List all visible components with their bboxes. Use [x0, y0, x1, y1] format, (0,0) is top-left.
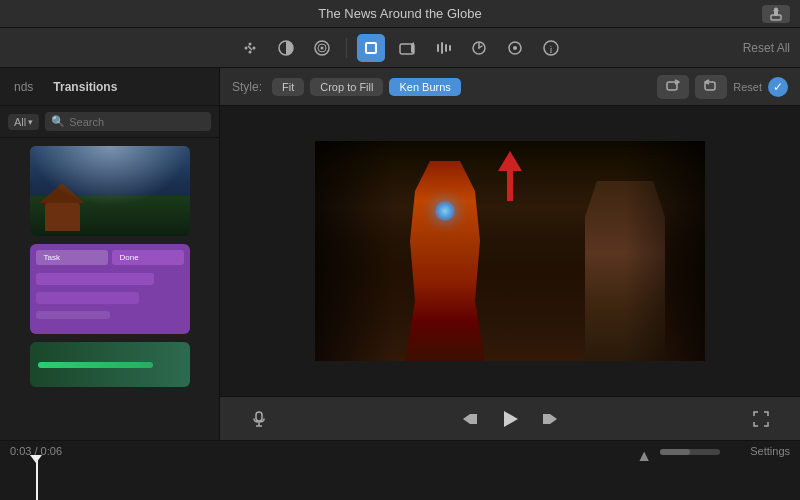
title-bar: The News Around the Globe — [0, 0, 800, 28]
video-background — [315, 141, 705, 361]
media-thumb-green[interactable] — [30, 342, 190, 387]
content-area: Style: Fit Crop to Fill Ken Burns R — [220, 68, 800, 440]
style-bar: Style: Fit Crop to Fill Ken Burns R — [220, 68, 800, 106]
audio-icon[interactable] — [429, 34, 457, 62]
svg-rect-26 — [256, 412, 262, 421]
svg-rect-18 — [449, 45, 451, 51]
swap-button-2[interactable] — [695, 75, 727, 99]
toolbar: i Reset All — [0, 28, 800, 68]
swap-button[interactable] — [657, 75, 689, 99]
video-area — [220, 106, 800, 396]
microphone-button[interactable] — [250, 410, 268, 428]
reset-all-button[interactable]: Reset All — [743, 41, 790, 55]
search-icon: 🔍 — [51, 115, 65, 128]
crop-icon[interactable] — [357, 34, 385, 62]
sidebar-tab-transitions[interactable]: Transitions — [47, 76, 123, 98]
timeline-scrollbar[interactable] — [660, 449, 720, 455]
media-thumb-purple[interactable]: Task Done — [30, 244, 190, 334]
search-box[interactable]: 🔍 — [45, 112, 211, 131]
reset-button[interactable]: Reset — [733, 81, 762, 93]
svg-rect-17 — [445, 44, 447, 52]
playback-controls — [220, 396, 800, 440]
timeline-scrollbar-thumb[interactable] — [660, 449, 690, 455]
svg-marker-29 — [463, 414, 470, 424]
svg-marker-31 — [504, 411, 518, 427]
title-bar-actions — [762, 5, 790, 23]
svg-text:i: i — [549, 43, 552, 55]
svg-point-6 — [248, 50, 251, 53]
fullscreen-button[interactable] — [752, 410, 770, 428]
noise-icon[interactable] — [501, 34, 529, 62]
media-thumb-nature[interactable] — [30, 146, 190, 236]
search-input[interactable] — [69, 116, 205, 128]
share-button[interactable] — [762, 5, 790, 23]
total-time: 0:06 — [41, 445, 62, 457]
color-wheel-icon[interactable] — [308, 34, 336, 62]
style-right-controls: Reset ✓ — [657, 75, 788, 99]
all-label: All — [14, 116, 26, 128]
arrow-head — [498, 151, 522, 171]
arrow-shaft — [507, 171, 513, 201]
timeline-settings-button[interactable]: Settings — [750, 445, 790, 457]
timeline-time: 0:03 / 0:06 — [10, 445, 62, 457]
info-icon[interactable]: i — [537, 34, 565, 62]
svg-marker-32 — [550, 414, 557, 424]
volume-icon: ▲ — [636, 447, 652, 465]
skip-forward-button[interactable] — [541, 410, 559, 428]
svg-point-5 — [244, 46, 247, 49]
svg-rect-15 — [437, 44, 439, 52]
svg-point-4 — [252, 46, 255, 49]
camera-icon[interactable] — [393, 34, 421, 62]
svg-point-11 — [320, 46, 323, 49]
svg-rect-12 — [366, 43, 376, 53]
video-frame — [315, 141, 705, 361]
skip-back-button[interactable] — [461, 410, 479, 428]
all-filter-selector[interactable]: All ▾ — [8, 114, 39, 130]
color-balance-icon[interactable] — [272, 34, 300, 62]
play-button[interactable] — [499, 408, 521, 430]
svg-line-7 — [248, 46, 252, 50]
sidebar-tab-sounds[interactable]: nds — [8, 76, 39, 98]
svg-point-3 — [248, 42, 251, 45]
playhead — [36, 459, 38, 500]
media-grid: Task Done — [0, 138, 219, 440]
checkmark-icon: ✓ — [773, 80, 783, 94]
svg-rect-2 — [771, 15, 781, 20]
window-title: The News Around the Globe — [318, 6, 481, 21]
timeline: 0:03 / 0:06 ▲ Settings — [0, 440, 800, 500]
wand-icon[interactable] — [236, 34, 264, 62]
style-label: Style: — [232, 80, 262, 94]
arrow-indicator — [498, 151, 522, 201]
sidebar-tabs: nds Transitions — [0, 68, 219, 106]
main-area: nds Transitions All ▾ 🔍 — [0, 68, 800, 440]
style-ken-burns-button[interactable]: Ken Burns — [389, 78, 460, 96]
svg-rect-30 — [470, 414, 477, 424]
chevron-down-icon: ▾ — [28, 117, 33, 127]
svg-rect-16 — [441, 42, 443, 54]
style-crop-to-fill-button[interactable]: Crop to Fill — [310, 78, 383, 96]
confirm-button[interactable]: ✓ — [768, 77, 788, 97]
svg-point-21 — [513, 46, 517, 50]
svg-marker-1 — [773, 7, 779, 11]
svg-marker-14 — [411, 42, 414, 54]
svg-rect-33 — [543, 414, 550, 424]
current-time: 0:03 — [10, 445, 31, 457]
style-fit-button[interactable]: Fit — [272, 78, 304, 96]
sidebar-search-area: All ▾ 🔍 — [0, 106, 219, 138]
speed-icon[interactable] — [465, 34, 493, 62]
sidebar: nds Transitions All ▾ 🔍 — [0, 68, 220, 440]
toolbar-separator — [346, 38, 347, 58]
